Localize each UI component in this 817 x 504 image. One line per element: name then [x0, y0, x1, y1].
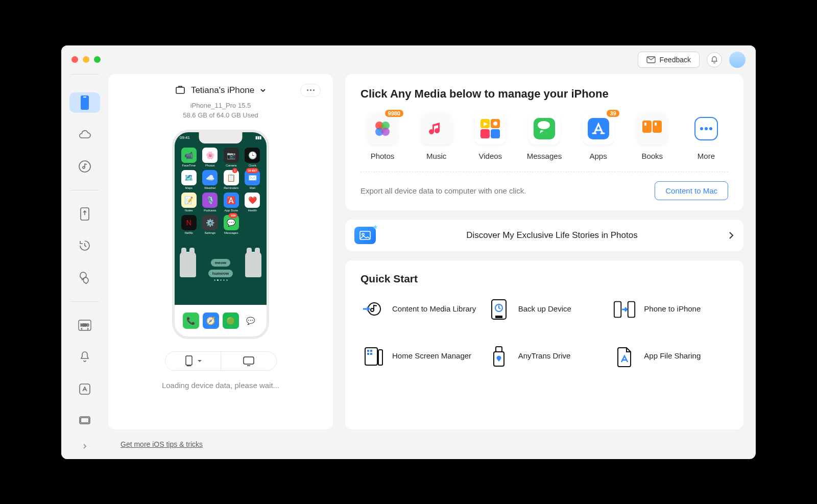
- phone-app-label: Clock: [249, 164, 256, 167]
- quick-start-phone-to-iphone[interactable]: Phone to iPhone: [612, 297, 728, 322]
- sidebar-item-history[interactable]: [69, 235, 100, 256]
- svg-rect-7: [80, 384, 90, 394]
- device-name: Tetiana's iPhone: [191, 85, 254, 95]
- sidebar-item-media[interactable]: [69, 156, 100, 176]
- phone-app-icon: 🕒: [245, 148, 260, 163]
- phone-app-label: Notes: [185, 209, 193, 212]
- phone-app-icon: ⚙️: [202, 215, 218, 230]
- media-item-photos[interactable]: 9980Photos: [361, 113, 404, 160]
- svg-rect-45: [367, 353, 369, 355]
- sidebar: HEIC: [61, 74, 108, 459]
- discover-promo[interactable]: Discover My Exclusive Life Stories in Ph…: [345, 220, 743, 251]
- svg-rect-47: [378, 350, 382, 365]
- phone-app-badge: 1: [232, 168, 237, 173]
- phone-bubble: meow: [211, 259, 231, 267]
- sidebar-item-social[interactable]: [69, 268, 100, 288]
- media-item-messages[interactable]: Messages: [522, 113, 566, 160]
- quick-start-label: Content to Media Library: [392, 304, 476, 314]
- feedback-label: Feedback: [660, 56, 691, 64]
- quick-start-home-screen-manager[interactable]: Home Screen Manager: [361, 344, 476, 369]
- monitor-icon: [243, 356, 255, 366]
- svg-rect-26: [642, 121, 652, 133]
- feedback-button[interactable]: Feedback: [638, 52, 700, 68]
- svg-rect-21: [491, 129, 500, 138]
- device-mirror-button[interactable]: [221, 352, 276, 370]
- svg-rect-20: [480, 129, 490, 138]
- media-item-label: Photos: [371, 152, 395, 160]
- sidebar-item-cloud[interactable]: [69, 124, 100, 145]
- sidebar-item-appstore[interactable]: [69, 379, 100, 399]
- quick-start-content-to-media-library[interactable]: Content to Media Library: [361, 297, 476, 322]
- footer-tips-link[interactable]: Get more iOS tips & tricks: [121, 440, 203, 448]
- phone-app: 🌸Photos: [201, 148, 220, 167]
- media-badge: 39: [607, 110, 619, 117]
- device-dropdown-button[interactable]: [259, 88, 267, 93]
- sidebar-item-mirror[interactable]: [69, 411, 100, 431]
- close-window-button[interactable]: [71, 56, 78, 63]
- phone-dock-app: 🧭: [203, 313, 219, 329]
- sidebar-collapse-button[interactable]: [81, 443, 88, 450]
- promo-photo-icon: [354, 227, 376, 244]
- phone-app-label: Maps: [185, 186, 193, 189]
- quick-start-icon: [612, 344, 637, 369]
- phone-app-label: Mail: [250, 186, 255, 189]
- screen-mirror-icon: [79, 416, 91, 426]
- device-more-button[interactable]: [300, 84, 321, 97]
- content-area: Tetiana's iPhone iPhone_11_Pro 15.5 58.6…: [108, 74, 756, 459]
- phone-app-label: Podcasts: [204, 209, 217, 212]
- phone-app-badge: 19 857: [246, 168, 258, 173]
- quick-start-label: App File Sharing: [644, 351, 701, 361]
- quick-start-icon: [487, 344, 511, 369]
- phone-wallpaper-cat: [245, 252, 261, 277]
- phone-dock-app: 🟢: [223, 313, 239, 329]
- media-item-books[interactable]: Books: [630, 113, 674, 160]
- phone-bubble: humeow: [208, 270, 233, 277]
- quick-start-label: Phone to iPhone: [644, 304, 701, 314]
- svg-rect-46: [370, 353, 372, 355]
- phone-app-icon: 📹: [181, 148, 197, 163]
- phone-screen: 📹FaceTime🌸Photos📷Camera🕒Clock 🗺️Maps☁️We…: [175, 143, 267, 305]
- content-to-mac-button[interactable]: Content to Mac: [655, 181, 728, 200]
- phone-app: NNetflix: [180, 215, 198, 234]
- export-text: Export all device data to computer with …: [361, 186, 526, 195]
- quick-start-app-file-sharing[interactable]: App File Sharing: [612, 344, 728, 369]
- media-item-videos[interactable]: Videos: [468, 113, 512, 160]
- media-item-apps[interactable]: 39Apps: [576, 113, 620, 160]
- device-glyph-icon: [175, 86, 186, 95]
- device-screenshot-button[interactable]: [165, 352, 221, 370]
- phone-app: 📋Reminders1: [222, 170, 241, 189]
- footer: Get more iOS tips & tricks: [108, 439, 743, 450]
- chat-icon: [78, 272, 91, 284]
- media-item-label: Music: [426, 152, 446, 160]
- minimize-window-button[interactable]: [83, 56, 89, 63]
- quick-start-anytrans-drive[interactable]: AnyTrans Drive: [487, 344, 603, 369]
- media-item-label: Books: [641, 152, 663, 160]
- phone-app-icon: 📷: [224, 148, 239, 163]
- sidebar-item-device[interactable]: [69, 92, 100, 113]
- svg-point-32: [705, 127, 708, 130]
- media-item-more[interactable]: More: [684, 113, 728, 160]
- phone-dock-app: 📞: [183, 313, 199, 329]
- quick-start-back-up-device[interactable]: Back up Device: [487, 297, 603, 322]
- titlebar: Feedback: [61, 45, 756, 74]
- sidebar-item-transfer[interactable]: [69, 204, 100, 224]
- phone-app-icon: ☁️: [202, 170, 218, 185]
- sidebar-item-ringtone[interactable]: [69, 347, 100, 367]
- phone-cut-icon: [184, 355, 194, 367]
- sidebar-item-heic[interactable]: HEIC: [69, 315, 100, 335]
- phone-app: 🕒Clock: [244, 148, 262, 167]
- svg-rect-44: [370, 350, 372, 352]
- media-item-label: Messages: [527, 152, 562, 160]
- notifications-button[interactable]: [707, 52, 722, 67]
- mail-icon: [646, 56, 656, 63]
- history-icon: [78, 239, 91, 252]
- maximize-window-button[interactable]: [94, 56, 101, 63]
- media-item-music[interactable]: Music: [415, 113, 459, 160]
- phone-app: ☁️Weather: [201, 170, 220, 189]
- phone-wallpaper-cat: [180, 252, 196, 277]
- avatar-button[interactable]: [729, 52, 746, 68]
- svg-rect-29: [655, 123, 657, 126]
- svg-rect-43: [367, 350, 369, 352]
- chevron-down-icon: [259, 88, 267, 93]
- svg-rect-40: [614, 301, 621, 317]
